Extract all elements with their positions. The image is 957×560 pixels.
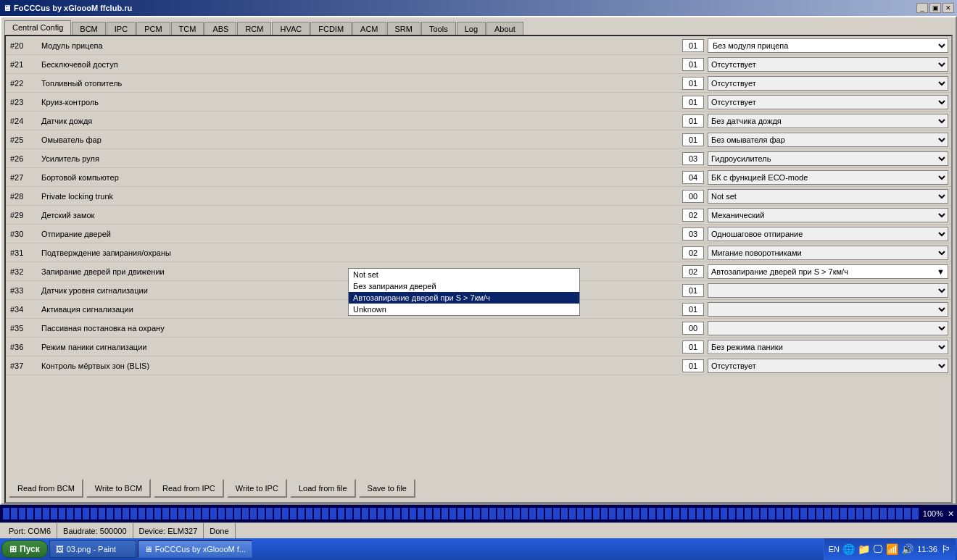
table-row: #21 Бесключевой доступ 01 Отсутствует: [6, 55, 951, 74]
tab-srm[interactable]: SRM: [387, 22, 420, 36]
status-done: Done: [204, 523, 235, 538]
select-row-25[interactable]: Без омывателя фар: [708, 133, 948, 147]
lang-indicator: EN: [829, 545, 840, 553]
taskbar-item-foccus[interactable]: 🖥 FoCCCus by xGloooM f...: [138, 540, 252, 558]
tab-tcm[interactable]: TCM: [171, 22, 204, 36]
tab-pcm[interactable]: PCM: [136, 22, 170, 36]
tab-log[interactable]: Log: [457, 22, 486, 36]
paint-icon: 🖼: [56, 545, 64, 553]
select-row-27[interactable]: БК с функцией ECO-mode: [708, 170, 948, 185]
select-row-30[interactable]: Одношаговое отпирание: [708, 227, 948, 241]
taskbar-item-paint[interactable]: 🖼 03.png - Paint: [49, 540, 136, 558]
read-from-ipc-button[interactable]: Read from IPC: [154, 479, 224, 498]
table-row: #24 Датчик дождя 01 Без датчика дождя: [6, 112, 951, 130]
volume-icon: 🔊: [901, 543, 914, 555]
minimize-button[interactable]: _: [916, 3, 928, 13]
table-row: #23 Круиз-контроль 01 Отсутствует: [6, 93, 951, 112]
table-row: #22 Топливный отопитель 01 Отсутствует: [6, 74, 951, 93]
tab-abs[interactable]: ABS: [204, 22, 236, 36]
table-row: #29 Детский замок 02 Механический: [6, 206, 951, 225]
clock: 11:36: [916, 545, 938, 553]
select-row-21[interactable]: Отсутствует: [708, 57, 948, 72]
status-port: Port: COM6: [3, 523, 57, 538]
bottom-buttons: Read from BCM Write to BCM Read from IPC…: [6, 475, 951, 502]
select-row-26[interactable]: Гидроусилитель: [708, 151, 948, 166]
table-row: #36 Режим паники сигнализации 01 Без реж…: [6, 338, 951, 356]
write-to-ipc-button[interactable]: Write to IPC: [227, 479, 287, 498]
signal-icon: 📶: [886, 543, 898, 555]
select-row-36[interactable]: Без режима паники: [708, 340, 948, 354]
select-row-23[interactable]: Отсутствует: [708, 95, 948, 109]
tab-ipc[interactable]: IPC: [107, 22, 136, 36]
dropdown-arrow-icon: ▼: [937, 267, 945, 276]
select-row-31[interactable]: Мигание поворотниками: [708, 246, 948, 260]
table-row: #31 Подтверждение запирания/охраны 02 Ми…: [6, 243, 951, 262]
table-row: #35 Пассивная постановка на охрану 00: [6, 319, 951, 338]
dropdown-item-notset[interactable]: Not set: [349, 269, 579, 280]
progress-bar-inner: // Render segments inline via JS after p…: [3, 507, 919, 520]
progress-percent: 100%: [923, 509, 943, 518]
tab-hvac[interactable]: HVAC: [272, 22, 310, 36]
load-from-file-button[interactable]: Load from file: [290, 479, 356, 498]
select-row-28[interactable]: Not set: [708, 189, 948, 204]
select-row-20[interactable]: Без модуля прицепа: [708, 38, 948, 53]
system-tray: EN 🌐 📁 🖵 📶 🔊 11:36 🏳: [824, 538, 956, 560]
status-bar: Port: COM6 Baudrate: 500000 Device: ELM3…: [0, 522, 957, 538]
title-bar-title: 🖥 FoCCCus by xGloooM ffclub.ru: [3, 4, 132, 12]
tab-tools[interactable]: Tools: [421, 22, 456, 36]
monitor-icon: 🖵: [873, 543, 883, 555]
select-row-37[interactable]: Отсутствует: [708, 359, 948, 373]
tab-rcm[interactable]: RCM: [237, 22, 271, 36]
tab-acm[interactable]: ACM: [352, 22, 386, 36]
config-table[interactable]: #20 Модуль прицепа 01 Без модуля прицепа…: [6, 36, 951, 475]
network-icon: 🌐: [842, 543, 855, 555]
progress-bar-container: // Render segments inline via JS after p…: [0, 505, 957, 522]
tab-bar: Central Config BCM IPC PCM TCM ABS RCM H…: [1, 17, 956, 35]
dropdown-32[interactable]: Not set Без запирания дверей Автозапиран…: [348, 268, 580, 316]
main-window: Central Config BCM IPC PCM TCM ABS RCM H…: [0, 16, 957, 505]
table-row: #26 Усилитель руля 03 Гидроусилитель: [6, 149, 951, 168]
tab-about[interactable]: About: [486, 22, 523, 36]
select-row-35[interactable]: [708, 321, 948, 335]
dropdown-item-auto[interactable]: Автозапирание дверей при S > 7км/ч: [349, 292, 579, 304]
title-bar: 🖥 FoCCCus by xGloooM ffclub.ru _ ▣ ✕: [0, 0, 957, 16]
windows-icon: ⊞: [9, 544, 17, 554]
app-taskbar-icon: 🖥: [144, 545, 152, 553]
select-row-24[interactable]: Без датчика дождя: [708, 114, 948, 128]
table-row: #30 Отпирание дверей 03 Одношаговое отпи…: [6, 225, 951, 243]
folder-icon: 📁: [858, 543, 870, 555]
table-row: #25 Омыватель фар 01 Без омывателя фар: [6, 130, 951, 149]
tab-bcm[interactable]: BCM: [72, 22, 105, 36]
tab-central-config[interactable]: Central Config: [4, 20, 71, 35]
table-row: #20 Модуль прицепа 01 Без модуля прицепа: [6, 36, 951, 55]
dropdown-item-unknown[interactable]: Unknown: [349, 304, 579, 315]
table-row: #28 Private locking trunk 00 Not set: [6, 187, 951, 206]
taskbar-flag-icon: 🏳: [941, 543, 951, 555]
table-row: #27 Бортовой компьютер 04 БК с функцией …: [6, 168, 951, 187]
save-to-file-button[interactable]: Save to file: [359, 479, 415, 498]
start-button[interactable]: ⊞ Пуск: [1, 540, 48, 558]
read-from-bcm-button[interactable]: Read from BCM: [9, 479, 83, 498]
status-device: Device: ELM327: [133, 523, 204, 538]
tab-fcdim[interactable]: FCDIM: [310, 22, 352, 36]
progress-close-button[interactable]: ✕: [948, 509, 954, 519]
app-icon: 🖥: [3, 4, 11, 12]
maximize-button[interactable]: ▣: [929, 3, 941, 13]
close-button[interactable]: ✕: [942, 3, 954, 13]
status-baudrate: Baudrate: 500000: [57, 523, 133, 538]
taskbar: ⊞ Пуск 🖼 03.png - Paint 🖥 FoCCCus by xGl…: [0, 538, 957, 560]
table-row: #37 Контроль мёртвых зон (BLIS) 01 Отсут…: [6, 356, 951, 375]
dropdown-item-nodoor[interactable]: Без запирания дверей: [349, 280, 579, 292]
select-row-33[interactable]: [708, 283, 948, 298]
select-display-32[interactable]: Автозапирание дверей при S > 7км/ч ▼: [708, 264, 948, 279]
content-area: #20 Модуль прицепа 01 Без модуля прицепа…: [4, 35, 953, 503]
select-row-22[interactable]: Отсутствует: [708, 76, 948, 91]
title-bar-controls: _ ▣ ✕: [916, 3, 954, 13]
select-row-34[interactable]: [708, 302, 948, 317]
select-row-29[interactable]: Механический: [708, 208, 948, 222]
write-to-bcm-button[interactable]: Write to BCM: [86, 479, 151, 498]
